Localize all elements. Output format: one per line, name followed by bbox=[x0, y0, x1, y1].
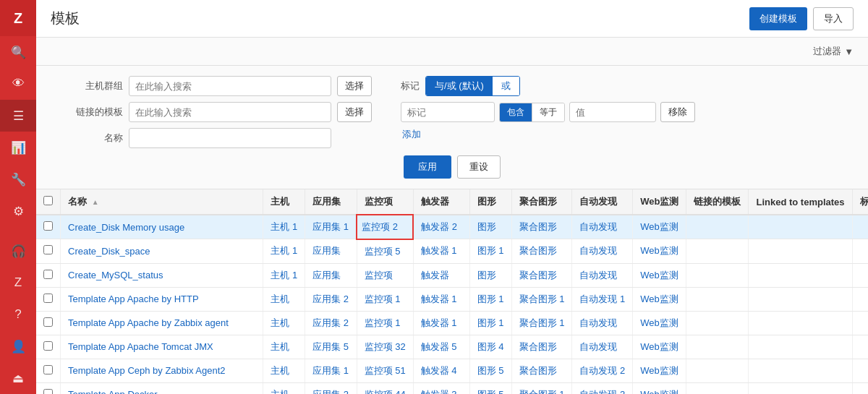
web_monitor-cell[interactable]: Web监测 bbox=[633, 359, 686, 382]
sidebar-item-monitoring[interactable]: 👁 bbox=[0, 68, 36, 100]
monitors-cell[interactable]: 监控项 5 bbox=[357, 239, 413, 264]
hosts-cell[interactable]: 主机 1 bbox=[263, 215, 305, 239]
tags-cell[interactable] bbox=[852, 335, 868, 359]
template-name[interactable]: Create_MySQL_status bbox=[61, 263, 263, 287]
linked_templates-cell[interactable] bbox=[686, 335, 749, 359]
graphs-cell[interactable]: 图形 1 bbox=[469, 239, 511, 264]
tag-equals-button[interactable]: 等于 bbox=[532, 103, 564, 121]
col-graphs[interactable]: 图形 bbox=[469, 189, 511, 215]
linked_templates-cell[interactable] bbox=[686, 215, 749, 239]
linked-template-select-button[interactable]: 选择 bbox=[337, 102, 372, 122]
tags-cell[interactable] bbox=[852, 359, 868, 382]
linked_to_templates-cell[interactable] bbox=[749, 382, 852, 394]
web_monitor-cell[interactable]: Web监测 bbox=[633, 311, 686, 335]
triggers-cell[interactable]: 触发器 1 bbox=[413, 311, 469, 335]
import-button[interactable]: 导入 bbox=[813, 7, 854, 30]
appsets-cell[interactable]: 应用集 2 bbox=[305, 311, 357, 335]
graphs-cell[interactable]: 图形 bbox=[469, 263, 511, 287]
graphs-cell[interactable]: 图形 4 bbox=[469, 335, 511, 359]
filter-funnel-icon[interactable]: ▼ bbox=[844, 46, 854, 57]
appsets-cell[interactable]: 应用集 1 bbox=[305, 215, 357, 239]
sidebar-item-help[interactable]: ? bbox=[0, 299, 36, 330]
auto_discover-cell[interactable]: 自动发现 bbox=[572, 239, 633, 264]
col-linked-templates[interactable]: 链接的模板 bbox=[686, 189, 749, 215]
name-input[interactable] bbox=[129, 128, 331, 148]
hosts-cell[interactable]: 主机 bbox=[263, 382, 305, 394]
col-linked-to-templates[interactable]: Linked to templates bbox=[749, 189, 852, 215]
combined_graphs-cell[interactable]: 聚合图形 bbox=[511, 215, 572, 239]
combined_graphs-cell[interactable]: 聚合图形 bbox=[511, 263, 572, 287]
appsets-cell[interactable]: 应用集 bbox=[305, 239, 357, 264]
col-tags[interactable]: 标记 bbox=[852, 189, 868, 215]
linked_templates-cell[interactable] bbox=[686, 382, 749, 394]
linked_to_templates-cell[interactable] bbox=[749, 335, 852, 359]
host-group-select-button[interactable]: 选择 bbox=[337, 76, 372, 96]
linked_templates-cell[interactable] bbox=[686, 311, 749, 335]
triggers-cell[interactable]: 触发器 5 bbox=[413, 335, 469, 359]
tag-value-input[interactable] bbox=[569, 102, 656, 122]
template-name[interactable]: Template App Apache by Zabbix agent bbox=[61, 311, 263, 335]
reset-button[interactable]: 重设 bbox=[457, 155, 501, 179]
tags-cell[interactable] bbox=[852, 263, 868, 287]
triggers-cell[interactable]: 触发器 bbox=[413, 263, 469, 287]
auto_discover-cell[interactable]: 自动发现 2 bbox=[572, 359, 633, 382]
monitors-cell[interactable]: 监控项 51 bbox=[357, 359, 413, 382]
graphs-cell[interactable]: 图形 1 bbox=[469, 287, 511, 311]
monitors-cell[interactable]: 监控项 1 bbox=[357, 287, 413, 311]
col-monitors[interactable]: 监控项 bbox=[357, 189, 413, 215]
appsets-cell[interactable]: 应用集 5 bbox=[305, 335, 357, 359]
sidebar-logo[interactable]: Z bbox=[0, 0, 36, 36]
row-checkbox[interactable] bbox=[43, 294, 53, 303]
auto_discover-cell[interactable]: 自动发现 bbox=[572, 215, 633, 239]
graphs-cell[interactable]: 图形 1 bbox=[469, 311, 511, 335]
combined_graphs-cell[interactable]: 聚合图形 1 bbox=[511, 382, 572, 394]
web_monitor-cell[interactable]: Web监测 bbox=[633, 287, 686, 311]
triggers-cell[interactable]: 触发器 4 bbox=[413, 359, 469, 382]
template-name[interactable]: Template App Docker bbox=[61, 382, 263, 394]
sidebar-item-configuration[interactable]: 🔧 bbox=[0, 163, 36, 195]
appsets-cell[interactable]: 应用集 1 bbox=[305, 359, 357, 382]
row-checkbox[interactable] bbox=[43, 270, 53, 279]
triggers-cell[interactable]: 触发器 1 bbox=[413, 239, 469, 264]
auto_discover-cell[interactable]: 自动发现 1 bbox=[572, 287, 633, 311]
auto_discover-cell[interactable]: 自动发现 bbox=[572, 263, 633, 287]
row-checkbox[interactable] bbox=[43, 341, 53, 351]
monitors-cell[interactable]: 监控项 bbox=[357, 263, 413, 287]
tag-name-input[interactable] bbox=[401, 102, 495, 122]
hosts-cell[interactable]: 主机 bbox=[263, 335, 305, 359]
web_monitor-cell[interactable]: Web监测 bbox=[633, 215, 686, 239]
sidebar-item-zabbix[interactable]: Z bbox=[0, 267, 36, 299]
linked_to_templates-cell[interactable] bbox=[749, 239, 852, 264]
tag-or-button[interactable]: 或 bbox=[493, 77, 519, 95]
linked_templates-cell[interactable] bbox=[686, 239, 749, 264]
host-group-input[interactable] bbox=[129, 76, 331, 96]
graphs-cell[interactable]: 图形 bbox=[469, 215, 511, 239]
tag-add-link[interactable]: 添加 bbox=[401, 129, 421, 140]
appsets-cell[interactable]: 应用集 bbox=[305, 263, 357, 287]
graphs-cell[interactable]: 图形 5 bbox=[469, 382, 511, 394]
hosts-cell[interactable]: 主机 1 bbox=[263, 239, 305, 264]
hosts-cell[interactable]: 主机 1 bbox=[263, 263, 305, 287]
combined_graphs-cell[interactable]: 聚合图形 bbox=[511, 239, 572, 264]
linked_templates-cell[interactable] bbox=[686, 263, 749, 287]
sidebar-item-inventory[interactable]: ☰ bbox=[0, 100, 36, 132]
template-name[interactable]: Create_Disk Memory usage bbox=[61, 215, 263, 239]
col-auto-discover[interactable]: 自动发现 bbox=[572, 189, 633, 215]
sidebar-item-administration[interactable]: ⚙ bbox=[0, 195, 36, 227]
tags-cell[interactable] bbox=[852, 215, 868, 239]
col-appsets[interactable]: 应用集 bbox=[305, 189, 357, 215]
auto_discover-cell[interactable]: 自动发现 bbox=[572, 311, 633, 335]
appsets-cell[interactable]: 应用集 2 bbox=[305, 287, 357, 311]
linked_to_templates-cell[interactable] bbox=[749, 263, 852, 287]
web_monitor-cell[interactable]: Web监测 bbox=[633, 335, 686, 359]
auto_discover-cell[interactable]: 自动发现 bbox=[572, 335, 633, 359]
tag-and-button[interactable]: 与/或 (默认) bbox=[426, 77, 493, 95]
linked_to_templates-cell[interactable] bbox=[749, 311, 852, 335]
monitors-cell[interactable]: 监控项 1 bbox=[357, 311, 413, 335]
sidebar-item-support[interactable]: 🎧 bbox=[0, 235, 36, 267]
template-name[interactable]: Template App Ceph by Zabbix Agent2 bbox=[61, 359, 263, 382]
apply-button[interactable]: 应用 bbox=[404, 155, 451, 179]
col-hosts[interactable]: 主机 bbox=[263, 189, 305, 215]
row-checkbox[interactable] bbox=[43, 389, 53, 395]
triggers-cell[interactable]: 触发器 2 bbox=[413, 215, 469, 239]
